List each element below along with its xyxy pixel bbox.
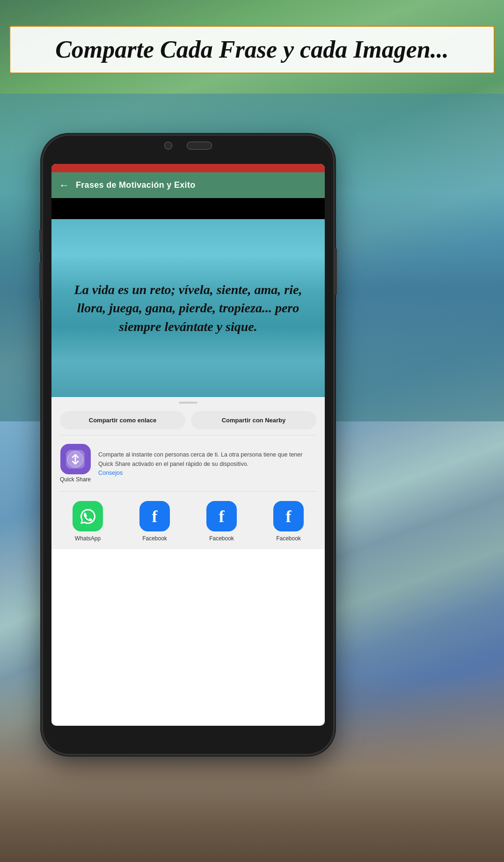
facebook-f-letter-1: f — [152, 507, 158, 526]
quick-share-icon — [60, 444, 91, 474]
facebook-icon-3: f — [273, 501, 304, 531]
apps-row: WhatsApp f Facebook f Facebook — [51, 492, 325, 549]
app-bar: ← Frases de Motivación y Exito — [51, 172, 325, 198]
quick-share-consejos-link[interactable]: Consejos — [98, 470, 123, 476]
quick-share-icon-wrapper[interactable]: Quick Share — [60, 444, 91, 483]
facebook-label-2: Facebook — [209, 535, 234, 542]
phone-button-left — [39, 229, 42, 253]
facebook-label-1: Facebook — [142, 535, 167, 542]
whatsapp-logo — [79, 508, 97, 525]
facebook-icon-2: f — [206, 501, 237, 531]
phone-button-right — [334, 248, 337, 295]
share-buttons-row: Compartir como enlace Compartir con Near… — [51, 404, 325, 435]
quick-share-label: Quick Share — [60, 476, 91, 483]
share-link-button[interactable]: Compartir como enlace — [60, 411, 185, 429]
quick-share-icon-inner — [66, 450, 85, 469]
whatsapp-label: WhatsApp — [75, 535, 101, 542]
back-button[interactable]: ← — [59, 179, 69, 192]
app-item-whatsapp[interactable]: WhatsApp — [69, 501, 107, 542]
whatsapp-icon — [73, 501, 103, 531]
app-black-banner — [51, 198, 325, 219]
top-banner-text: Comparte Cada Frase y cada Imagen... — [22, 35, 482, 64]
app-item-facebook-2[interactable]: f Facebook — [203, 501, 241, 542]
quick-share-arrows-icon — [67, 451, 84, 468]
top-banner: Comparte Cada Frase y cada Imagen... — [9, 26, 495, 74]
share-sheet: Compartir como enlace Compartir con Near… — [51, 397, 325, 549]
phone-camera — [164, 141, 173, 150]
phone-screen: ← Frases de Motivación y Exito La vida e… — [51, 164, 325, 726]
quote-area: La vida es un reto; vívela, siente, ama,… — [51, 219, 325, 397]
quote-text: La vida es un reto; vívela, siente, ama,… — [61, 280, 315, 336]
facebook-icon-1: f — [139, 501, 170, 531]
app-bar-red-stripe — [51, 164, 325, 172]
quick-share-content: Comparte al instante con personas cerca … — [98, 450, 316, 477]
app-item-facebook-1[interactable]: f Facebook — [136, 501, 174, 542]
phone-top-notch — [164, 141, 212, 150]
quick-share-description: Comparte al instante con personas cerca … — [98, 451, 302, 467]
facebook-label-3: Facebook — [276, 535, 301, 542]
app-bar-title: Frases de Motivación y Exito — [76, 180, 195, 190]
facebook-f-letter-3: f — [286, 507, 292, 526]
quick-share-row: Quick Share Comparte al instante con per… — [51, 435, 325, 491]
app-item-facebook-3[interactable]: f Facebook — [270, 501, 307, 542]
phone-speaker — [187, 141, 212, 150]
share-nearby-button[interactable]: Compartir con Nearby — [191, 411, 316, 429]
phone-button-left2 — [39, 262, 42, 300]
facebook-f-letter-2: f — [219, 507, 225, 526]
phone-device: ← Frases de Motivación y Exito La vida e… — [43, 136, 333, 754]
